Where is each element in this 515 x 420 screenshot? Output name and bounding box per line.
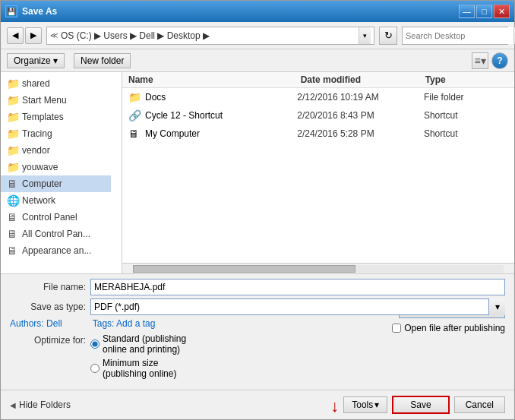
file-date: 2/24/2016 5:28 PM — [297, 128, 424, 139]
file-name-label: File name: — [10, 282, 86, 292]
sidebar-item-label: shared — [22, 78, 50, 89]
sidebar-item-tracing[interactable]: 📁 Tracing — [1, 125, 111, 142]
save-as-type-select[interactable]: PDF (*.pdf) — [90, 298, 505, 315]
file-label: Cycle 12 - Shortcut — [145, 110, 223, 121]
column-type: Type — [425, 74, 508, 85]
file-label: Docs — [145, 92, 166, 103]
forward-button[interactable]: ▶ — [25, 27, 42, 44]
sidebar-item-shared[interactable]: 📁 shared — [1, 75, 111, 92]
file-header: Name Date modified Type — [122, 72, 514, 88]
sidebar-item-label: vendor — [22, 145, 50, 156]
maximize-button[interactable]: □ — [476, 5, 492, 18]
folder-icon: 📁 — [7, 94, 19, 106]
controlpanel-icon: 🖥 — [7, 228, 19, 240]
minimum-label: Minimum size(publishing online) — [103, 358, 176, 379]
address-icon: ≪ — [50, 31, 58, 39]
shortcut-icon: 🔗 — [128, 109, 141, 122]
file-date: 2/12/2016 10:19 AM — [297, 92, 424, 103]
tools-arrow-icon: ▾ — [374, 399, 379, 410]
sidebar-item-label: youwave — [22, 162, 58, 172]
sidebar-item-vendor[interactable]: 📁 vendor — [1, 142, 111, 159]
optimize-area: Optimize for: Standard (publishingonline… — [10, 333, 392, 379]
sidebar-item-network[interactable]: 🌐 Network — [1, 192, 111, 209]
horizontal-scrollbar[interactable] — [122, 263, 514, 273]
file-date: 2/20/2016 8:43 PM — [297, 110, 424, 121]
close-button[interactable]: ✕ — [494, 5, 510, 18]
file-name-cycle12: 🔗 Cycle 12 - Shortcut — [128, 109, 297, 122]
save-as-type-wrapper: PDF (*.pdf) ▾ — [90, 298, 505, 315]
open-file-checkbox[interactable] — [392, 324, 401, 333]
file-name-input[interactable] — [90, 279, 505, 295]
tools-button[interactable]: Tools ▾ — [343, 396, 387, 413]
address-dropdown[interactable]: ▾ — [359, 27, 371, 44]
minimize-button[interactable]: — — [459, 5, 475, 18]
standard-radio[interactable] — [90, 339, 100, 349]
view-button[interactable]: ≡▾ — [472, 52, 488, 69]
sidebar-item-label: Appearance an... — [22, 245, 91, 256]
search-input[interactable] — [403, 27, 513, 44]
address-path: OS (C:) ▶ Users ▶ Dell ▶ Desktop ▶ — [61, 30, 355, 41]
bottom-pane: File name: Save as type: PDF (*.pdf) ▾ A… — [1, 273, 514, 390]
nav-buttons: ◀ ▶ — [7, 27, 42, 44]
sidebar-item-label: Network — [22, 195, 55, 206]
sidebar-item-label: Start Menu — [22, 95, 67, 106]
sidebar-item-label: Control Panel — [22, 212, 77, 223]
controlpanel-icon: 🖥 — [7, 211, 19, 223]
save-as-type-label: Save as type: — [10, 302, 86, 312]
scrollbar-thumb[interactable] — [133, 265, 355, 273]
file-name-row: File name: — [10, 279, 505, 295]
file-type: Shortcut — [424, 110, 508, 121]
optimize-options: Standard (publishingonline and printing)… — [90, 333, 186, 379]
standard-option[interactable]: Standard (publishingonline and printing) — [90, 333, 186, 355]
sidebar-item-startmenu[interactable]: 📁 Start Menu — [1, 92, 111, 109]
file-name-mycomputer: 🖥 My Computer — [128, 128, 297, 140]
save-button[interactable]: Save — [392, 396, 449, 414]
address-bar[interactable]: ≪ OS (C:) ▶ Users ▶ Dell ▶ Desktop ▶ ▾ — [46, 27, 374, 45]
back-button[interactable]: ◀ — [7, 27, 24, 44]
footer: ◀ Hide Folders ↓ Tools ▾ Save Cancel — [1, 390, 514, 419]
search-box: 🔍 — [402, 27, 508, 45]
sidebar-item-label: Templates — [22, 112, 64, 122]
tags-area: Tags: Add a tag — [93, 318, 156, 329]
folder-icon: 📁 — [7, 144, 19, 156]
sidebar-items: 📁 shared 📁 Start Menu 📁 Templates 📁 Trac… — [1, 72, 122, 262]
tags-value[interactable]: Add a tag — [116, 318, 155, 329]
sidebar-item-youwave[interactable]: 📁 youwave — [1, 159, 111, 175]
hide-folders-button[interactable]: ◀ Hide Folders — [10, 399, 71, 410]
help-button[interactable]: ? — [491, 52, 508, 69]
file-row-mycomputer[interactable]: 🖥 My Computer 2/24/2016 5:28 PM Shortcut — [122, 125, 514, 143]
sidebar-item-controlpanel[interactable]: 🖥 Control Panel — [1, 209, 111, 226]
file-name-docs: 📁 Docs — [128, 91, 297, 103]
sidebar-item-allcontrolpanel[interactable]: 🖥 All Control Pan... — [1, 226, 111, 242]
second-toolbar: Organize ▾ New folder ≡▾ ? — [1, 49, 514, 72]
sidebar-item-templates[interactable]: 📁 Templates — [1, 109, 111, 125]
save-as-type-row: Save as type: PDF (*.pdf) ▾ — [10, 298, 505, 315]
computer-shortcut-icon: 🖥 — [128, 128, 141, 140]
column-date: Date modified — [301, 74, 425, 85]
title-bar-buttons: — □ ✕ — [459, 5, 510, 18]
minimum-option[interactable]: Minimum size(publishing online) — [90, 358, 186, 379]
save-as-dialog: 💾 Save As — □ ✕ ◀ ▶ ≪ OS (C:) ▶ Users ▶ … — [0, 0, 515, 420]
toolbar-right: ≡▾ ? — [472, 52, 508, 69]
sidebar: 📁 shared 📁 Start Menu 📁 Templates 📁 Trac… — [1, 72, 122, 273]
sidebar-item-computer[interactable]: 🖥 Computer — [1, 175, 111, 192]
refresh-button[interactable]: ↻ — [379, 27, 397, 45]
file-pane: Name Date modified Type 📁 Docs 2/12/2016… — [122, 72, 514, 273]
cancel-button[interactable]: Cancel — [454, 396, 505, 413]
dialog-title: Save As — [22, 6, 459, 17]
organize-button[interactable]: Organize ▾ — [7, 53, 65, 68]
sidebar-item-label: Tracing — [22, 128, 52, 139]
file-row-cycle12[interactable]: 🔗 Cycle 12 - Shortcut 2/20/2016 8:43 PM … — [122, 106, 514, 125]
folder-icon: 📁 — [7, 77, 19, 90]
title-bar: 💾 Save As — □ ✕ — [1, 1, 514, 22]
save-arrow-indicator: ↓ — [330, 396, 339, 416]
new-folder-button[interactable]: New folder — [74, 53, 131, 68]
sidebar-item-appearance[interactable]: 🖥 Appearance an... — [1, 242, 111, 259]
file-type: File folder — [424, 92, 508, 103]
computer-icon: 🖥 — [7, 178, 19, 190]
optimize-label: Optimize for: — [10, 335, 86, 346]
file-row-docs[interactable]: 📁 Docs 2/12/2016 10:19 AM File folder — [122, 88, 514, 106]
minimum-radio[interactable] — [90, 364, 100, 373]
authors-value[interactable]: Dell — [46, 318, 62, 329]
open-file-label: Open file after publishing — [404, 323, 505, 333]
